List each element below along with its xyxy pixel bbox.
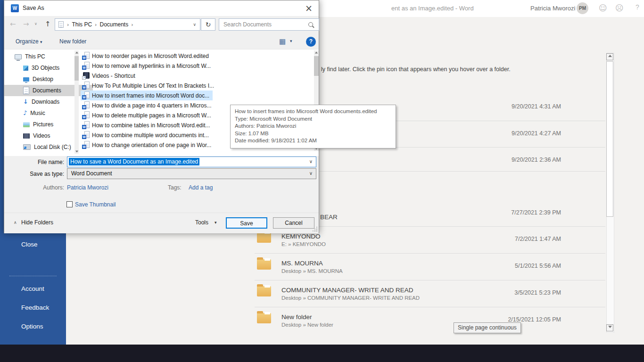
scrollbar-thumb[interactable] — [606, 61, 613, 217]
save-button[interactable]: Save — [226, 217, 267, 229]
pictures-icon — [23, 122, 30, 127]
tooltip-size: Size: 1.07 MB — [235, 130, 391, 138]
folder-name[interactable]: MS. MOURNA — [281, 260, 323, 267]
sidebar-item-options[interactable]: Options — [21, 323, 43, 330]
breadcrumb-documents[interactable]: Documents — [100, 21, 129, 28]
file-list-item[interactable]: How to divide a page into 4 quarters in … — [81, 100, 215, 110]
folder-date: 3/5/2021 5:23 PM — [514, 289, 561, 296]
file-list-item[interactable]: How to delete multiple pages in a Micros… — [81, 110, 215, 120]
address-bar[interactable]: › This PC › Documents › ∨ — [55, 18, 200, 31]
sidebar-item-close[interactable]: Close — [21, 241, 38, 248]
back-icon[interactable]: ← — [10, 20, 16, 28]
tree-scrollbar[interactable] — [74, 50, 79, 154]
sidebar-item-local-disk[interactable]: Local Disk (C:) — [4, 141, 93, 153]
sidebar-item-feedback[interactable]: Feedback — [21, 304, 49, 311]
folder-icon[interactable] — [257, 232, 271, 243]
add-tag-link[interactable]: Add a tag — [189, 184, 213, 191]
word-doc-icon — [82, 101, 90, 109]
music-icon: ♪ — [23, 110, 27, 116]
shortcut-icon — [82, 72, 90, 80]
help-icon[interactable]: ? — [636, 3, 639, 11]
scroll-up-arrow[interactable] — [606, 53, 613, 60]
word-doc-icon — [82, 52, 90, 60]
help-button[interactable]: ? — [306, 37, 316, 47]
recent-locations-chevron[interactable]: ∨ — [34, 22, 37, 26]
tools-button[interactable]: Tools — [195, 219, 208, 226]
hide-folders-button[interactable]: Hide Folders — [21, 219, 53, 226]
folder-name[interactable]: New folder — [281, 313, 312, 321]
views-icon[interactable]: ▦ — [279, 37, 286, 46]
sidebar-item-this-pc[interactable]: This PC — [4, 51, 84, 62]
address-dropdown-chevron[interactable]: ∨ — [193, 22, 196, 27]
sidebar-item-downloads[interactable]: ↓Downloads — [4, 96, 93, 107]
tree-scrollbar-thumb[interactable] — [74, 56, 79, 81]
file-list-item[interactable]: How to remove all hyperlinks in a Micros… — [81, 61, 214, 71]
save-as-type-chevron[interactable]: ∨ — [309, 171, 313, 176]
file-list-item[interactable]: How to change orientation of one page in… — [81, 140, 215, 150]
avatar[interactable]: PM — [577, 2, 588, 14]
list-scrollbar-thumb[interactable] — [314, 56, 319, 76]
file-list-item-hovered[interactable]: How to insert frames into Microsoft Word… — [81, 90, 213, 100]
sidebar-item-documents[interactable]: Documents — [4, 85, 93, 96]
cancel-button[interactable]: Cancel — [273, 217, 314, 229]
dialog-title: Save As — [23, 5, 44, 11]
refresh-button[interactable]: ↻ — [201, 18, 215, 31]
word-doc-icon — [82, 62, 90, 70]
save-as-type-select[interactable]: Word Document ∨ — [67, 168, 316, 179]
file-list-item[interactable]: How To Put Multiple Lines Of Text In Bra… — [81, 81, 217, 90]
smiley-feedback-icon[interactable]: ☺ — [599, 3, 607, 13]
sidebar-item-music[interactable]: ♪Music — [4, 107, 93, 119]
sidebar-item-3d-objects[interactable]: 3D Objects — [4, 62, 93, 74]
folder-path: Desktop » COMMUNITY MANAGER- WRITE AND R… — [281, 295, 420, 301]
save-as-type-label: Save as type: — [4, 171, 64, 177]
save-thumbnail-checkbox[interactable] — [66, 201, 73, 207]
tools-chevron[interactable]: ▾ — [215, 220, 217, 225]
tooltip-type: Type: Microsoft Word Document — [235, 115, 391, 123]
word-doc-icon — [82, 141, 90, 149]
folder-icon[interactable] — [257, 313, 271, 323]
file-name-input[interactable]: How to save a Word Document as an Image.… — [67, 156, 316, 167]
folder-date: 7/27/2021 2:39 PM — [511, 209, 561, 216]
breadcrumb-this-pc[interactable]: This PC — [72, 21, 92, 28]
sidebar-item-account[interactable]: Account — [21, 285, 44, 292]
signed-in-user[interactable]: Patricia Mworozi — [530, 5, 575, 12]
views-chevron[interactable]: ▾ — [290, 39, 292, 43]
pin-hint-text: ly find later. Click the pin icon that a… — [321, 66, 511, 73]
folder-name[interactable]: COMMUNITY MANAGER- WRITE AND READ — [281, 287, 413, 294]
breadcrumb-separator: › — [67, 22, 69, 28]
file-list-item[interactable]: How to reorder pages in Microsoft Word.e… — [81, 51, 212, 61]
new-folder-button[interactable]: New folder — [59, 38, 86, 45]
file-list-item[interactable]: Videos - Shortcut — [81, 71, 139, 81]
folder-name[interactable]: KEMIYONDO — [281, 233, 321, 240]
scroll-down-arrow[interactable] — [606, 324, 613, 331]
frown-feedback-icon[interactable]: ☹ — [615, 3, 624, 13]
folder-name-partial[interactable]: BEAR — [320, 214, 338, 221]
save-as-dialog: W Save As × ← → ∨ ↑ › This PC › Document… — [4, 0, 319, 233]
sidebar-item-pictures[interactable]: Pictures — [4, 119, 93, 130]
videos-icon — [23, 133, 30, 139]
search-input[interactable]: Search Documents — [223, 21, 272, 28]
desktop-icon — [23, 77, 29, 82]
folder-path: E: » KEMIYONDO — [281, 241, 326, 247]
organize-button[interactable]: Organize ▾ — [16, 38, 42, 45]
hide-folders-chevron[interactable]: ∧ — [14, 220, 17, 225]
sidebar-item-desktop[interactable]: Desktop — [4, 74, 93, 85]
file-tooltip: How to insert frames into Microsoft Word… — [230, 105, 396, 148]
sidebar-item-videos[interactable]: Videos — [4, 130, 93, 141]
documents-icon — [23, 87, 29, 94]
file-list-item[interactable]: How to combine multiple word documents i… — [81, 130, 212, 140]
folder-path: Desktop » New folder — [281, 322, 333, 328]
save-thumbnail-label: Save Thumbnail — [75, 201, 116, 208]
folder-icon[interactable] — [257, 286, 271, 296]
dialog-close-button[interactable]: × — [302, 2, 316, 14]
search-box[interactable]: Search Documents — [219, 18, 319, 31]
up-icon[interactable]: ↑ — [45, 20, 51, 28]
file-list-item[interactable]: How to combine tables in Microsoft Word.… — [81, 120, 214, 130]
authors-value[interactable]: Patricia Mworozi — [67, 184, 108, 191]
forward-icon[interactable]: → — [23, 20, 29, 28]
tooltip-authors: Authors: Patricia Mworozi — [235, 123, 391, 130]
file-name-dropdown-chevron[interactable]: ∨ — [309, 159, 313, 164]
folder-icon[interactable] — [257, 259, 271, 270]
this-pc-icon — [15, 54, 22, 59]
resize-grip[interactable] — [316, 230, 317, 231]
